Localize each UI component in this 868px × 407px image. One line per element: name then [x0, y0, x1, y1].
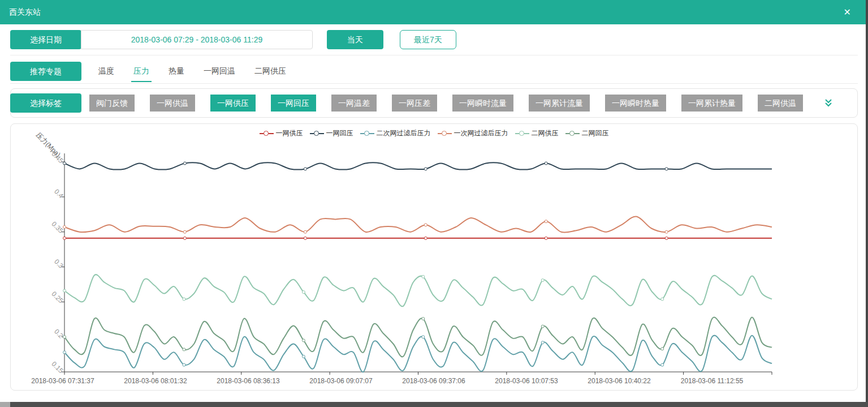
x-tick-label: 2018-03-06 08:36:13 — [217, 377, 280, 385]
tag-button[interactable]: 一网瞬时热量 — [605, 95, 666, 112]
tags-row: 选择标签 阀门反馈一网供温一网供压一网回压一网温差一网压差一网瞬时流量一网累计流… — [10, 88, 858, 118]
topic-tab[interactable]: 热量 — [166, 61, 187, 82]
series-marker — [545, 162, 547, 165]
right-scrollbar-track — [866, 0, 868, 407]
series-marker — [665, 237, 668, 239]
topic-tab[interactable]: 二网供压 — [252, 61, 288, 82]
series-marker — [422, 336, 425, 339]
x-tick-label: 2018-03-06 07:31:37 — [31, 377, 94, 385]
series-marker — [665, 168, 668, 170]
series-marker — [541, 341, 544, 344]
series-line — [64, 317, 772, 357]
series-line — [64, 216, 772, 232]
series-marker — [63, 226, 66, 229]
tag-button[interactable]: 一网累计热量 — [681, 95, 742, 112]
tag-button[interactable]: 阀门反馈 — [89, 95, 135, 112]
series-marker — [63, 336, 66, 339]
y-tick-label: 0.4 — [53, 187, 65, 200]
series-marker — [661, 348, 664, 350]
series-marker — [304, 237, 306, 239]
series-line — [64, 336, 772, 372]
today-button[interactable]: 当天 — [327, 30, 383, 49]
series-marker — [545, 220, 547, 223]
recommended-topics-label: 推荐专题 — [10, 62, 81, 81]
series-marker — [63, 162, 66, 165]
x-tick-label: 2018-03-06 10:40:22 — [588, 377, 651, 385]
y-tick-label: 0.35 — [50, 220, 65, 235]
x-tick-label: 2018-03-06 10:07:53 — [495, 377, 558, 385]
series-marker — [183, 237, 186, 239]
y-tick-label: 0.3 — [53, 258, 65, 270]
series-marker — [541, 325, 544, 328]
series-marker — [661, 363, 664, 366]
series-marker — [183, 298, 185, 301]
horizontal-scrollbar-track — [0, 402, 868, 407]
close-icon[interactable]: ✕ — [840, 6, 854, 19]
series-marker — [302, 339, 305, 342]
series-marker — [183, 162, 186, 165]
x-tick-label: 2018-03-06 08:01:32 — [124, 377, 187, 385]
series-marker — [422, 318, 425, 320]
y-tick-label: 0.15 — [50, 360, 65, 375]
series-marker — [183, 348, 185, 351]
series-marker — [545, 237, 547, 239]
select-tags-label: 选择标签 — [10, 93, 81, 113]
series-marker — [424, 168, 427, 170]
tag-button[interactable]: 一网温差 — [331, 95, 377, 112]
tag-button[interactable]: 一网累计流量 — [529, 95, 590, 112]
chart-card: 一网供压一网回压二次网过滤后压力一次网过滤后压力二网供压二网回压 压力(Mpa)… — [10, 123, 858, 391]
select-date-button[interactable]: 选择日期 — [10, 30, 81, 49]
tag-button[interactable]: 一网供温 — [150, 95, 195, 112]
chevron-double-down-icon[interactable] — [823, 98, 834, 108]
divider — [10, 55, 858, 55]
date-row: 选择日期 当天 最近7天 — [10, 29, 858, 50]
series-marker — [63, 237, 66, 239]
tag-button[interactable]: 一网供压 — [210, 95, 256, 112]
series-marker — [541, 279, 544, 282]
topic-tab[interactable]: 压力 — [131, 61, 152, 82]
tag-button[interactable]: 一网瞬时流量 — [452, 95, 513, 112]
series-marker — [302, 291, 305, 294]
series-line — [64, 275, 772, 306]
series-marker — [422, 275, 425, 278]
series-marker — [183, 230, 186, 233]
series-marker — [661, 298, 664, 301]
tag-button[interactable]: 一网回压 — [271, 95, 316, 112]
series-marker — [424, 224, 427, 226]
station-detail-window: 西关东站 ✕ 选择日期 当天 最近7天 推荐专题 温度压力热量一网回温二网供压 … — [0, 0, 868, 407]
series-marker — [304, 230, 306, 233]
horizontal-scrollbar-thumb[interactable] — [0, 402, 10, 407]
x-tick-label: 2018-03-06 09:07:07 — [309, 377, 373, 385]
tag-button[interactable]: 二网供温 — [758, 95, 803, 112]
topic-tabs: 温度压力热量一网回温二网供压 — [96, 59, 288, 83]
chart-plot[interactable]: 压力(Mpa)0.450.40.350.30.250.20.152018-03-… — [11, 124, 857, 390]
series-marker — [63, 351, 66, 354]
date-range-input[interactable] — [81, 30, 313, 49]
series-marker — [63, 289, 66, 292]
window-title: 西关东站 — [9, 7, 41, 18]
series-marker — [424, 237, 427, 239]
titlebar: 西关东站 ✕ — [0, 0, 866, 24]
series-marker — [304, 168, 306, 170]
x-tick-label: 2018-03-06 11:12:55 — [681, 377, 744, 385]
tag-list: 阀门反馈一网供温一网供压一网回压一网温差一网压差一网瞬时流量一网累计流量一网瞬时… — [89, 95, 803, 112]
series-marker — [183, 363, 185, 366]
topics-row: 推荐专题 温度压力热量一网回温二网供压 — [10, 59, 858, 84]
series-marker — [665, 230, 668, 233]
y-tick-label: 0.25 — [50, 290, 65, 305]
series-marker — [302, 355, 305, 358]
x-tick-label: 2018-03-06 09:37:06 — [402, 377, 465, 385]
topic-tab[interactable]: 一网回温 — [201, 61, 237, 82]
tag-button[interactable]: 一网压差 — [392, 95, 437, 112]
y-tick-label: 0.2 — [53, 328, 65, 340]
last-7-days-button[interactable]: 最近7天 — [400, 30, 456, 49]
topic-tab[interactable]: 温度 — [96, 61, 116, 82]
